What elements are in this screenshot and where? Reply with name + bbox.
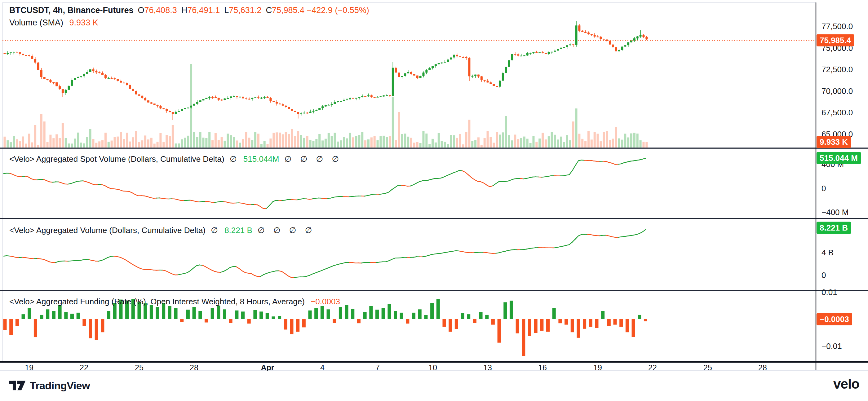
footer-bar: TradingView velo <box>0 371 868 401</box>
phi-icon: ∅ <box>211 225 221 235</box>
velo-logo: velo <box>833 376 859 392</box>
ohlc-key: L <box>224 6 229 15</box>
price-tick-label: 0 <box>822 271 826 280</box>
trading-chart-window: BTCUSDT, 4h, Binance-FuturesO76,408.3H76… <box>0 0 868 401</box>
ohlc-key: O <box>138 6 145 15</box>
futures-cvd-badge: 8.221 B <box>816 222 851 234</box>
price-tick-label: 72,500.0 <box>822 65 853 74</box>
price-tick-label: 0 <box>822 184 826 193</box>
tradingview-logo-icon <box>9 379 26 392</box>
ohlc-value: 76,491.1 <box>187 6 220 15</box>
volume-indicator-value: 9.933 K <box>69 18 98 27</box>
chart-plot-area[interactable] <box>0 0 868 401</box>
price-tick-label: 67,500.0 <box>822 108 853 118</box>
ohlc-value: 75,631.2 <box>229 6 261 15</box>
symbol-legend: BTCUSDT, 4h, Binance-FuturesO76,408.3H76… <box>9 5 369 28</box>
futures-cvd-value: 8.221 B <box>224 225 252 235</box>
price-change: −422.9 (−0.55%) <box>307 6 369 15</box>
spot-cvd-legend[interactable]: <Velo> Aggregated Spot Volume (Dollars, … <box>9 154 342 164</box>
funding-title[interactable]: <Velo> Aggregated Funding (Rate (%), Ope… <box>9 297 305 306</box>
price-tick-label: 70,000.0 <box>822 87 853 96</box>
volume-indicator-label[interactable]: Volume (SMA) <box>9 18 63 27</box>
tradingview-logo[interactable]: TradingView <box>9 379 90 392</box>
symbol-title[interactable]: BTCUSDT, 4h, Binance-Futures <box>9 6 134 15</box>
funding-value: −0.0003 <box>311 297 340 306</box>
phi-icon: ∅ <box>230 154 240 164</box>
volume-sma-badge: 9.933 K <box>816 136 851 148</box>
spot-cvd-badge: 515.044 M <box>816 152 861 164</box>
futures-cvd-title[interactable]: <Velo> Aggregated Volume (Dollars, Cumul… <box>9 225 206 235</box>
ohlc-value: 75,985.4 <box>272 6 304 15</box>
spot-cvd-value: 515.044M <box>243 154 279 164</box>
ohlc-key: H <box>181 6 188 15</box>
price-tick-label: −0.01 <box>822 341 842 351</box>
phi-icons: ∅ ∅ ∅ ∅ <box>258 225 315 235</box>
ohlc-values: O76,408.3H76,491.1L75,631.2C75,985.4 <box>134 6 304 15</box>
funding-legend[interactable]: <Velo> Aggregated Funding (Rate (%), Ope… <box>9 297 340 307</box>
tradingview-logo-text: TradingView <box>30 380 90 392</box>
price-tick-label: −400 M <box>822 208 848 217</box>
ohlc-value: 76,408.3 <box>145 6 177 15</box>
last-price-badge: 75,985.4 <box>816 34 854 47</box>
phi-icons: ∅ ∅ ∅ ∅ <box>285 154 342 164</box>
funding-badge: −0.0003 <box>816 313 852 326</box>
ohlc-key: C <box>266 6 272 15</box>
price-tick-label: 4 B <box>822 248 834 257</box>
futures-cvd-legend[interactable]: <Velo> Aggregated Volume (Dollars, Cumul… <box>9 225 315 235</box>
price-tick-label: 0.01 <box>822 287 837 297</box>
spot-cvd-title[interactable]: <Velo> Aggregated Spot Volume (Dollars, … <box>9 154 224 164</box>
velo-logo-text: velo <box>833 376 859 391</box>
price-tick-label: 77,500.0 <box>822 22 853 31</box>
